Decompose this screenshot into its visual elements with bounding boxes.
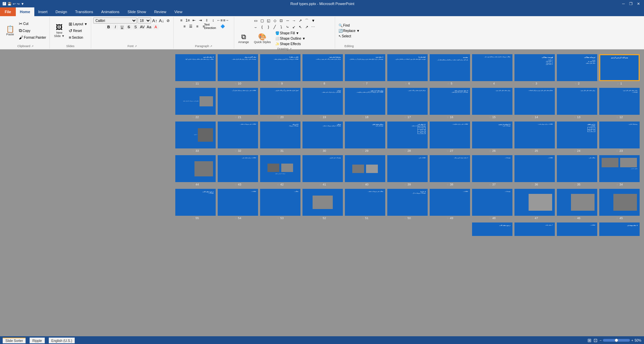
slide-wrapper-27[interactable]: اطلاعات فنی درباره مقاومت... ☆ 27 <box>430 122 470 152</box>
slide-thumb-48[interactable]: توضیحات... <box>472 189 512 216</box>
select-button[interactable]: ↖ Select <box>337 34 361 39</box>
strikethrough-button[interactable]: S <box>126 24 132 30</box>
shape-line2[interactable]: ╱ <box>272 24 278 30</box>
layout-button[interactable]: ⊞ Layout ▼ <box>67 21 89 27</box>
shape-arc[interactable]: ⌣ <box>253 24 259 30</box>
slide-wrapper-28[interactable]: 3-1 میلش باتی: توضیحات مربوط به سقف... ن… <box>387 122 428 152</box>
window-controls[interactable]: ─ ❐ ✕ <box>620 1 641 6</box>
slide-thumb-24[interactable]: 1-1 تمر تفلطی: اطلاعات... نوعابعاد A10cm <box>557 122 597 148</box>
slide-thumb-10[interactable]: سقف گذاری به روش توضیحات فنی درباره روش … <box>218 54 258 81</box>
slide-thumb-54[interactable]: اطلاعات... <box>218 189 258 216</box>
slide-wrapper-45[interactable]: ☆ 45 <box>599 189 640 220</box>
tab-language[interactable]: English (U.S.) <box>49 338 75 343</box>
shape-brace[interactable]: } <box>265 24 272 30</box>
slide-thumb-12[interactable]: روایی سقف طبی شلی تیری : توضیحات... <box>599 88 640 115</box>
slide-thumb-bottom[interactable]: در مورد سقف کاذب <box>472 222 512 236</box>
slide-thumb-33[interactable]: ۲- نلف: <box>175 122 216 148</box>
font-size-select[interactable]: 18 <box>138 18 151 24</box>
shape-conn5[interactable]: ↗ <box>304 24 310 30</box>
text-direction-button[interactable]: Text Direction <box>207 24 213 29</box>
slide-wrapper-42[interactable]: جزئیات اجرایی سقف ☆ 42 <box>260 155 300 186</box>
shape-conn3[interactable]: ↙ <box>291 24 297 30</box>
cut-button[interactable]: ✂ Cut <box>17 21 47 27</box>
tab-design[interactable]: Design <box>51 7 71 16</box>
slide-thumb-bottom4[interactable]: 5- سقف پیوسته بتی <box>599 222 640 236</box>
slide-thumb-51[interactable]: مطالب فنی مربوط به سقف... <box>345 189 385 216</box>
slide-thumb-20[interactable]: اصول اجرای دهانه های بزرگ و نکات اجرایی.… <box>260 88 300 115</box>
slide-thumb-50[interactable]: 6- دال ها توضیحات مربوط به دال... <box>387 189 428 216</box>
font-name-select[interactable]: Calibri <box>93 18 137 24</box>
section-button[interactable]: ≡ Section <box>67 34 89 41</box>
slide-thumb-19[interactable]: جزئیات: توضیحاتی درباره جزئیات فنی سقف..… <box>302 88 343 115</box>
tab-transitions[interactable]: Transitions <box>71 7 97 16</box>
slide-thumb-31[interactable]: 4-1 بن پانه: توضیحات مربوط... <box>260 122 300 148</box>
slide-thumb-7[interactable]: 1- سقف جری: توضیحاتی درباره انواع سقف جر… <box>345 54 385 81</box>
underline-button[interactable]: U <box>119 24 125 30</box>
slide-wrapper-30[interactable]: جرشلی: توضیحات جرشلی مربوط به سقف... ☆ 3… <box>302 122 343 152</box>
slide-thumb-34[interactable]: تصاویر اجرایی <box>599 155 640 182</box>
shape-diamond[interactable]: ◇ <box>272 18 278 24</box>
increase-indent-button[interactable]: ⇥ <box>198 18 204 23</box>
slide-wrapper-14[interactable]: مصالح سقف طبی شلی تیری و مزایای استفاده.… <box>514 88 555 119</box>
shape-line[interactable]: ─ <box>285 18 291 24</box>
italic-button[interactable]: I <box>112 24 118 30</box>
shape-conn2[interactable]: ⤷ <box>285 24 291 30</box>
rtl-button[interactable]: ←≡ <box>217 18 223 23</box>
slide-wrapper-1[interactable]: بسم الله الرحمن الرحیم ☆ 1 <box>599 54 640 85</box>
decrease-font-btn[interactable]: A↓ <box>158 18 165 23</box>
increase-font-btn[interactable]: A↑ <box>152 18 158 23</box>
slide-wrapper-bottom4[interactable]: 5- سقف پیوسته بتی <box>599 222 640 236</box>
undo-btn[interactable]: ↩ <box>13 2 15 6</box>
slide-thumb-11[interactable]: 2- سقف شلب تیری مطالب درباره سقف های مخت… <box>175 54 216 81</box>
slide-wrapper-4[interactable]: مطالب مربوط به اجرای سقف و مصالح مورد نی… <box>472 54 512 85</box>
replace-button[interactable]: 🔄 Replace ▼ <box>337 28 361 33</box>
tab-review[interactable]: Review <box>150 7 170 16</box>
shape-arrow[interactable]: → <box>291 18 297 24</box>
slide-thumb-3[interactable]: فهرست مطالب ۱- مقدمه۲- انواع سقف۳- روش ا… <box>514 54 555 81</box>
tab-slideshow[interactable]: Slide Show <box>123 7 150 16</box>
slide-thumb-43[interactable]: اطلاعات درباره سقف بتنی... <box>218 155 258 182</box>
new-slide-button[interactable]: 🖼 NewSlide ▼ <box>52 23 67 39</box>
shape-extra[interactable]: ⋯ <box>310 24 316 30</box>
slide-wrapper-49[interactable]: اطلاعات... ☆ 49 <box>430 189 470 220</box>
slide-thumb-8[interactable]: روش‌های اجرایی چون: مراحل اجرای سقف و نک… <box>302 54 343 81</box>
slide-wrapper-3[interactable]: فهرست مطالب ۱- مقدمه۲- انواع سقف۳- روش ا… <box>514 54 555 85</box>
align-right-button[interactable]: ≡ <box>194 24 200 29</box>
slide-wrapper-33[interactable]: ۲- نلف: ☆ 33 <box>175 122 216 152</box>
slide-wrapper-bottom[interactable]: در مورد سقف کاذب <box>472 222 512 236</box>
slide-thumb-4[interactable]: مطالب مربوط به اجرای سقف و مصالح مورد نی… <box>472 54 512 81</box>
zoom-in-btn[interactable]: + <box>631 339 633 342</box>
slide-thumb-28[interactable]: 3-1 میلش باتی: توضیحات مربوط به سقف... ن… <box>387 122 428 148</box>
shape-connector[interactable]: ⤵ <box>278 24 284 30</box>
line-spacing-button[interactable]: ↕ <box>210 18 216 23</box>
slide-wrapper-41[interactable]: توضیحات فنی اجرایی... ☆ 41 <box>302 155 343 186</box>
minimize-button[interactable]: ─ <box>620 1 627 6</box>
slide-wrapper-37[interactable]: توضیحات... ☆ 37 <box>472 155 512 186</box>
shape-outline-button[interactable]: ⬜ Shape Outline ▼ <box>274 36 307 41</box>
slide-thumb-16[interactable]: 3- سقف عرضه بلی و نلف: توضیحاتی درباره ا… <box>430 88 470 115</box>
slide-wrapper-15[interactable]: روایی سقف طبی شلی تیری... ☆ 15 <box>472 88 512 119</box>
ltr-button[interactable]: ≡→ <box>223 18 229 23</box>
slide-wrapper-54[interactable]: اطلاعات... ☆ 54 <box>218 189 258 220</box>
tab-insert[interactable]: Insert <box>34 7 52 16</box>
redo-btn[interactable]: ↪ <box>17 2 20 6</box>
slide-thumb-22[interactable]: تصاویر فنی مربوط به اجرای سقف <box>175 88 216 115</box>
slide-thumb-29[interactable]: مشالت تماسل اتصل: توضیحاتی فنی... <box>345 122 385 148</box>
tab-animations[interactable]: Animations <box>97 7 123 16</box>
save-btn[interactable]: 💾 <box>7 2 11 6</box>
tab-slide-sorter[interactable]: Slide Sorter <box>3 338 26 343</box>
slide-wrapper-18[interactable]: میزان سقف کردن قوی: اطلاعات فنی مربوط به… <box>345 88 385 119</box>
slide-thumb-5[interactable]: مقدمه بیان کلی درباره اهمیت سقف در ساختم… <box>430 54 470 81</box>
shape-arrow2[interactable]: ↗ <box>297 18 303 24</box>
quick-styles-button[interactable]: 🎨 Quick Styles <box>252 32 273 45</box>
slide-wrapper-55[interactable]: در مورد سقف کاذب توضیحات... ☆ 55 <box>175 189 216 220</box>
shape-conn4[interactable]: ↖ <box>297 24 303 30</box>
slide-wrapper-7[interactable]: 1- سقف جری: توضیحاتی درباره انواع سقف جر… <box>345 54 385 85</box>
slide-thumb-14[interactable]: مصالح سقف طبی شلی تیری و مزایای استفاده.… <box>514 88 555 115</box>
font-color-button[interactable]: A <box>153 24 159 30</box>
slide-wrapper-19[interactable]: جزئیات: توضیحاتی درباره جزئیات فنی سقف..… <box>302 88 343 119</box>
columns-button[interactable]: ⫴ <box>204 18 210 23</box>
slide-wrapper-20[interactable]: اصول اجرای دهانه های بزرگ و نکات اجرایی.… <box>260 88 300 119</box>
slide-thumb-bottom3[interactable]: اطلاعات... <box>557 222 597 236</box>
arrange-button[interactable]: ⧉ Arrange <box>236 32 251 45</box>
